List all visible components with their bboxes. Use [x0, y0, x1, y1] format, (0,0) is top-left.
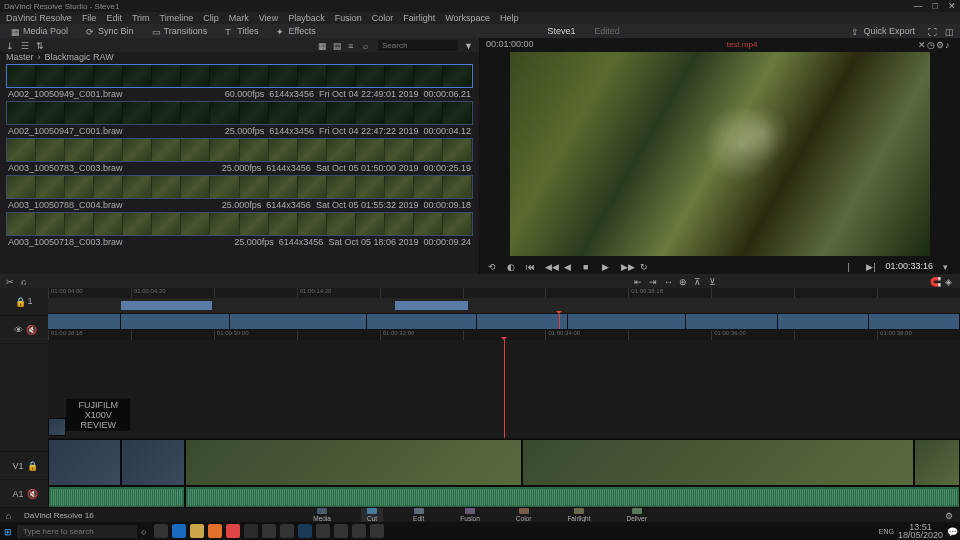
menu-color[interactable]: Color: [372, 13, 394, 23]
viewer-image[interactable]: [510, 52, 930, 256]
app-icon[interactable]: [262, 524, 276, 538]
chrome-icon[interactable]: [226, 524, 240, 538]
fast-review-icon[interactable]: ⟲: [488, 262, 497, 271]
minimize-button[interactable]: —: [914, 1, 923, 11]
cortana-icon[interactable]: ○: [141, 527, 150, 536]
crumb-master[interactable]: Master: [6, 52, 34, 62]
mini-playhead[interactable]: [559, 314, 560, 329]
eye-icon[interactable]: 👁: [14, 325, 23, 334]
app-icon[interactable]: [352, 524, 366, 538]
timeline-upper-track[interactable]: FUJIFILM X100V REVIEW: [48, 340, 960, 438]
firefox-icon[interactable]: [208, 524, 222, 538]
mini-track-video[interactable]: [48, 314, 960, 330]
taskbar-search[interactable]: [17, 525, 137, 538]
snap-icon[interactable]: 🧲: [930, 277, 939, 286]
media-clip[interactable]: A003_10050788_C004.braw25.000fps 6144x34…: [6, 175, 473, 211]
prev-icon[interactable]: ◀◀: [545, 262, 554, 271]
close-icon[interactable]: ✕: [918, 40, 927, 49]
title-clip[interactable]: FUJIFILM X100V REVIEW: [66, 399, 130, 431]
transitions-button[interactable]: ▭Transitions: [147, 25, 213, 37]
video-clip-v2[interactable]: [48, 418, 66, 436]
effects-button[interactable]: ✦Effects: [271, 25, 320, 37]
edge-icon[interactable]: [172, 524, 186, 538]
page-fairlight[interactable]: Fairlight: [561, 507, 596, 523]
maximize-button[interactable]: □: [933, 1, 938, 11]
start-button[interactable]: ⊞: [4, 527, 13, 536]
page-edit[interactable]: Edit: [407, 507, 430, 523]
strip-view-icon[interactable]: ▤: [333, 41, 342, 50]
mute-icon[interactable]: 🔇: [26, 325, 35, 334]
task-view-icon[interactable]: [154, 524, 168, 538]
list-toggle-icon[interactable]: ☰: [21, 41, 30, 50]
append-icon[interactable]: ⇥: [649, 277, 658, 286]
close-button[interactable]: ✕: [948, 1, 956, 11]
page-color[interactable]: Color: [510, 507, 538, 523]
source-overwrite-icon[interactable]: ⊻: [709, 277, 718, 286]
menu-clip[interactable]: Clip: [203, 13, 219, 23]
thumb-view-icon[interactable]: ▦: [318, 41, 327, 50]
app-icon[interactable]: [316, 524, 330, 538]
chevron-down-icon[interactable]: ▾: [943, 262, 952, 271]
menu-fusion[interactable]: Fusion: [335, 13, 362, 23]
import-icon[interactable]: ⤓: [6, 41, 15, 50]
resolve-icon[interactable]: [244, 524, 258, 538]
boring-detector-icon[interactable]: ✂: [6, 277, 15, 286]
page-fusion[interactable]: Fusion: [454, 507, 486, 523]
stop-icon[interactable]: ■: [583, 262, 592, 271]
app-icon[interactable]: [370, 524, 384, 538]
media-clip[interactable]: A002_10050949_C001.braw60.000fps 6144x34…: [6, 64, 473, 100]
menu-workspace[interactable]: Workspace: [445, 13, 490, 23]
menu-edit[interactable]: Edit: [106, 13, 122, 23]
tray-clock[interactable]: 13:5118/05/2020: [898, 523, 943, 539]
menu-davinci[interactable]: DaVinci Resolve: [6, 13, 72, 23]
menu-fairlight[interactable]: Fairlight: [403, 13, 435, 23]
marker-icon[interactable]: ◈: [945, 277, 954, 286]
notifications-icon[interactable]: 💬: [947, 527, 956, 536]
tray-lang[interactable]: ENG: [879, 528, 894, 535]
loop-icon[interactable]: ↻: [640, 262, 649, 271]
video-clip[interactable]: [185, 439, 522, 486]
media-clip[interactable]: A002_10050947_C001.braw25.000fps 6144x34…: [6, 101, 473, 137]
play-icon[interactable]: ▶: [602, 262, 611, 271]
menu-timeline[interactable]: Timeline: [160, 13, 194, 23]
ripple-icon[interactable]: ↔: [664, 277, 673, 286]
explorer-icon[interactable]: [190, 524, 204, 538]
page-media[interactable]: Media: [307, 507, 337, 523]
list-view-icon[interactable]: ≡: [348, 41, 357, 50]
fullscreen-icon[interactable]: ⛶: [928, 27, 937, 36]
app-icon[interactable]: [280, 524, 294, 538]
search-input[interactable]: [378, 40, 458, 51]
smart-insert-icon[interactable]: ⇤: [634, 277, 643, 286]
media-clip[interactable]: A003_10050718_C003.braw25.000fps 6144x34…: [6, 212, 473, 248]
project-settings-icon[interactable]: ⚙: [945, 511, 954, 520]
place-on-top-icon[interactable]: ⊼: [694, 277, 703, 286]
mini-track-overview[interactable]: [48, 298, 960, 314]
home-icon[interactable]: ⌂: [6, 511, 15, 520]
audio-icon[interactable]: ♪: [945, 40, 954, 49]
video-clip[interactable]: [121, 439, 185, 486]
mini-timeline-ruler[interactable]: 01:00:04:0001:00:04:2001:00:14:2001:00:3…: [48, 288, 960, 298]
video-clip[interactable]: [522, 439, 914, 486]
split-icon[interactable]: ⎌: [21, 277, 30, 286]
filter-icon[interactable]: ▼: [464, 41, 473, 50]
inspector-icon[interactable]: ◫: [945, 27, 954, 36]
playhead[interactable]: [504, 340, 505, 438]
first-frame-icon[interactable]: ⏮: [526, 262, 535, 271]
menu-view[interactable]: View: [259, 13, 278, 23]
quick-export-button[interactable]: ⇪Quick Export: [846, 25, 920, 37]
sync-bin-button[interactable]: ⟳Sync Bin: [81, 25, 139, 37]
app-icon[interactable]: [334, 524, 348, 538]
menu-file[interactable]: File: [82, 13, 97, 23]
menu-mark[interactable]: Mark: [229, 13, 249, 23]
page-cut[interactable]: Cut: [361, 507, 383, 523]
retime-icon[interactable]: ◷: [927, 40, 936, 49]
video-clip[interactable]: [914, 439, 960, 486]
go-start-icon[interactable]: |◀: [847, 262, 856, 271]
next-icon[interactable]: ▶▶: [621, 262, 630, 271]
closeup-icon[interactable]: ⊕: [679, 277, 688, 286]
sort-icon[interactable]: ⇅: [36, 41, 45, 50]
menu-playback[interactable]: Playback: [288, 13, 325, 23]
go-end-icon[interactable]: ▶|: [866, 262, 875, 271]
titles-button[interactable]: TTitles: [220, 25, 263, 37]
menu-help[interactable]: Help: [500, 13, 519, 23]
